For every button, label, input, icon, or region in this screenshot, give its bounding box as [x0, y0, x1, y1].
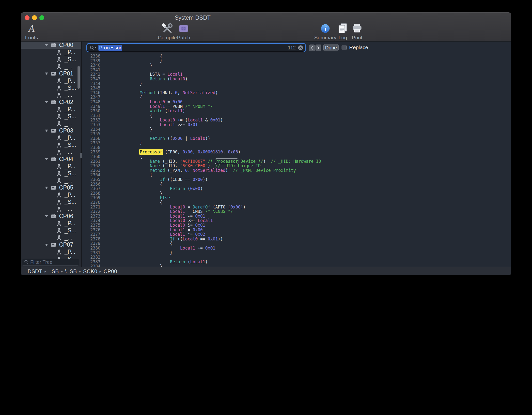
code-line[interactable]: 2343 Return (Local0) — [82, 77, 511, 81]
code-editor[interactable]: 2338 {2339 }2340 }23412342 LSTA = Local1… — [82, 54, 511, 267]
code-line[interactable]: 2375 Local0 &= 0x01 — [82, 223, 511, 228]
tree-row-_[interactable]: _... — [21, 234, 81, 241]
tree-row-_[interactable]: _... — [21, 120, 81, 127]
tree-row-_[interactable]: _... — [21, 206, 81, 213]
code-line[interactable]: 2345 — [82, 86, 511, 90]
replace-checkbox[interactable] — [342, 45, 347, 50]
disclosure-triangle-icon[interactable] — [45, 72, 48, 75]
code-line[interactable]: 2348 Local0 = 0x00 — [82, 100, 511, 104]
close-button[interactable] — [25, 15, 30, 20]
disclosure-triangle-icon[interactable] — [45, 158, 48, 161]
code-line[interactable]: 2381 } — [82, 251, 511, 255]
breadcrumb-item[interactable]: SCK0 — [83, 268, 97, 275]
tree-row-_p[interactable]: _P... — [21, 134, 81, 141]
code-line[interactable]: 2378 If ((Local0 == 0x01)) — [82, 237, 511, 241]
tree-row-_p[interactable]: _P... — [21, 191, 81, 198]
tree-row-cp06[interactable]: CP06 — [21, 213, 81, 220]
breadcrumb-item[interactable]: _SB — [48, 268, 59, 275]
code-line[interactable]: 2366 { — [82, 182, 511, 187]
tree-row-_s[interactable]: _S... — [21, 113, 81, 120]
code-line[interactable]: 2369 Else — [82, 195, 511, 200]
code-line[interactable]: 2376 Local1 = 0x00 — [82, 228, 511, 232]
pane-splitter-handle[interactable] — [80, 153, 82, 158]
tree-row-_[interactable]: _... — [21, 91, 81, 99]
tree-row-_p[interactable]: _P... — [21, 220, 81, 227]
code-line[interactable]: 2339 } — [82, 59, 511, 63]
tree-row-_p[interactable]: _P... — [21, 248, 81, 255]
code-line[interactable]: 2373 Local1 -= 0x01 — [82, 214, 511, 219]
code-line[interactable]: 2380 Local1 += 0x01 — [82, 246, 511, 251]
toolbar-patch-button[interactable]: Patch — [166, 23, 201, 41]
code-line[interactable]: 2351 { — [82, 113, 511, 118]
code-line[interactable]: 2346 Method (THNU, 0, NotSerialized) — [82, 90, 511, 95]
code-line[interactable]: 2374 Local0 >>= Local1 — [82, 218, 511, 223]
code-line[interactable]: 2356 Return ((0x00 | Local0)) — [82, 136, 511, 141]
tree-row-_s[interactable]: _S... — [21, 56, 81, 63]
clear-search-button[interactable] — [298, 45, 303, 50]
breadcrumb-item[interactable]: CP00 — [104, 268, 117, 275]
disclosure-triangle-icon[interactable] — [45, 101, 48, 104]
code-line[interactable]: 2382 — [82, 255, 511, 260]
minimize-button[interactable] — [32, 15, 37, 20]
tree-row-_p[interactable]: _P... — [21, 106, 81, 113]
code-line[interactable]: 2342 LSTA = Local1 — [82, 72, 511, 77]
code-line[interactable]: 2364 { — [82, 173, 511, 177]
disclosure-triangle-icon[interactable] — [45, 129, 48, 132]
code-line[interactable]: 2349 Local1 = P0BM /* \P0BM */ — [82, 104, 511, 109]
code-line[interactable]: 2372 Local1 = CNBS /* \CNBS */ — [82, 209, 511, 214]
tree-row-_p[interactable]: _P... — [21, 77, 81, 84]
code-line[interactable]: 2367 Return (0x00) — [82, 186, 511, 191]
code-line[interactable]: 2371 Local0 = DerefOf (APT0 [0x00]) — [82, 205, 511, 209]
tree-row-cp01[interactable]: CP01 — [21, 70, 81, 77]
tree-row-cp03[interactable]: CP03 — [21, 127, 81, 134]
toolbar-fonts-button[interactable]: A Fonts — [21, 23, 49, 41]
zoom-button[interactable] — [39, 15, 44, 20]
code-line[interactable]: 2362 Name (_UID, "SCK0-CP00") // _UID: U… — [82, 163, 511, 168]
code-line[interactable]: 2352 Local0 += (Local1 & 0x01) — [82, 118, 511, 122]
code-line[interactable]: 2368 } — [82, 191, 511, 196]
tree-row-_[interactable]: _... — [21, 148, 81, 156]
code-line[interactable]: 2340 } — [82, 63, 511, 68]
tree-row-_s[interactable]: _S... — [21, 255, 81, 259]
tree-row-_s[interactable]: _S... — [21, 141, 81, 148]
search-icon[interactable] — [90, 45, 97, 50]
code-line[interactable]: 2379 { — [82, 241, 511, 246]
code-line[interactable]: 2370 { — [82, 200, 511, 205]
tree-row-_s[interactable]: _S... — [21, 227, 81, 234]
disclosure-triangle-icon[interactable] — [45, 186, 48, 189]
toolbar-print-button[interactable]: Print — [340, 23, 374, 41]
filter-tree-field[interactable]: Filter Tree — [22, 259, 79, 266]
sidebar-scrollbar-thumb[interactable] — [78, 66, 80, 89]
tree-row-_[interactable]: _... — [21, 177, 81, 184]
code-line[interactable]: 2353 Local1 >>= 0x01 — [82, 122, 511, 127]
tree-row-_p[interactable]: _P... — [21, 49, 81, 56]
code-line[interactable]: 2344 } — [82, 81, 511, 86]
disclosure-triangle-icon[interactable] — [45, 215, 48, 218]
code-line[interactable]: 2363 Method (_PXM, 0, NotSerialized) // … — [82, 168, 511, 173]
code-line[interactable]: 2358 — [82, 145, 511, 150]
code-line[interactable]: 2365 If ((CLOD == 0x00)) — [82, 177, 511, 182]
tree-row-_s[interactable]: _S... — [21, 170, 81, 177]
breadcrumb-item[interactable]: DSDT — [28, 268, 42, 275]
tree-row-cp04[interactable]: CP04 — [21, 156, 81, 163]
code-line[interactable]: 2355 — [82, 132, 511, 136]
code-line[interactable]: 2338 { — [82, 54, 511, 59]
tree-row-_s[interactable]: _S... — [21, 198, 81, 206]
tree-row-cp05[interactable]: CP05 — [21, 184, 81, 191]
tree-row-cp02[interactable]: CP02 — [21, 99, 81, 106]
search-input[interactable]: Processor 112 — [87, 44, 305, 52]
code-line[interactable]: 2350 While (Local1) — [82, 109, 511, 113]
tree-row-_s[interactable]: _S... — [21, 84, 81, 91]
previous-match-button[interactable] — [309, 44, 315, 51]
tree-row-_[interactable]: _... — [21, 63, 81, 70]
tree-row-cp00[interactable]: CP00 — [21, 42, 81, 49]
breadcrumb-item[interactable]: \_SB — [65, 268, 77, 275]
code-line[interactable]: 2341 — [82, 68, 511, 72]
disclosure-triangle-icon[interactable] — [45, 243, 48, 246]
code-line[interactable]: 2383 Return (Local1) — [82, 260, 511, 264]
code-line[interactable]: 2361 Name (_HID, "ACPI0007" /* Processor… — [82, 159, 511, 164]
tree-row-cp07[interactable]: CP07 — [21, 241, 81, 248]
code-line[interactable]: 2347 { — [82, 95, 511, 100]
next-match-button[interactable] — [315, 44, 321, 51]
code-line[interactable]: 2377 Local1 *= 0x02 — [82, 232, 511, 237]
